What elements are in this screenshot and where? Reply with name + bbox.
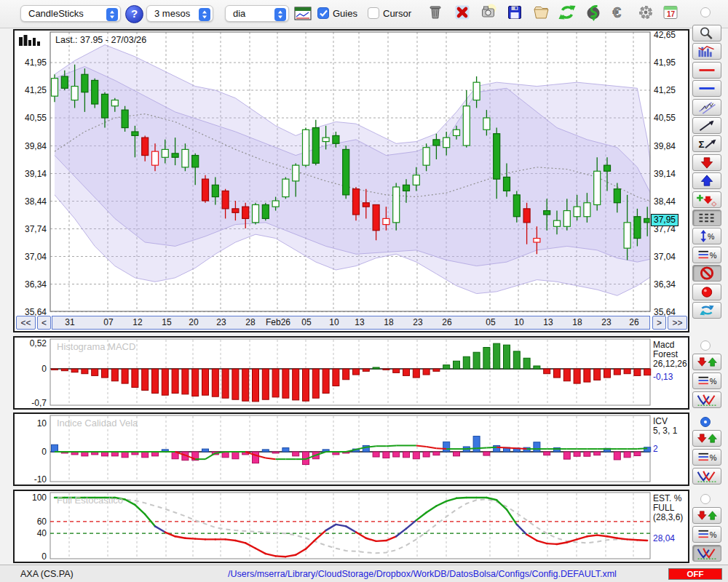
trendline-tool-button[interactable] — [692, 117, 721, 134]
save-icon — [505, 3, 524, 22]
arrow-up-blue-icon — [695, 173, 719, 188]
trash-button[interactable] — [425, 3, 446, 23]
lines-percent-icon: % — [695, 527, 719, 542]
icv-radio[interactable] — [700, 417, 711, 427]
arrow-down-red-tool-button[interactable] — [692, 154, 721, 171]
toolbar-radio[interactable] — [700, 7, 711, 17]
nav-last-button[interactable]: >> — [668, 316, 687, 330]
date-tick-label: 12 — [132, 317, 142, 327]
svg-text:%: % — [708, 233, 714, 242]
icv-curve-button[interactable] — [692, 468, 721, 485]
signal-arrows-icon — [695, 354, 719, 370]
refresh-tool-button[interactable] — [692, 302, 721, 319]
histogram-tool-button[interactable] — [692, 43, 721, 60]
lines-percent-icon: % — [695, 373, 719, 388]
date-tick-label: 13 — [355, 317, 364, 327]
save-button[interactable] — [505, 3, 525, 23]
icv-panel: Indice Calidad Vela 100-10 ICV5, 3, 1 2 — [13, 412, 689, 486]
axis-tick-label: -0,7 — [16, 398, 47, 408]
date-tick-label: 26 — [442, 317, 451, 327]
guies-checkbox[interactable] — [317, 7, 329, 19]
axis-tick-label: 38,44 — [654, 196, 676, 207]
snapshot-button[interactable] — [478, 3, 499, 23]
macd-radio[interactable] — [700, 340, 711, 351]
sum-line-tool-button[interactable]: Σ — [692, 135, 721, 152]
est-curve-button[interactable] — [692, 545, 721, 562]
download-icon — [584, 3, 603, 22]
axis-tick-label: 39,84 — [654, 141, 676, 151]
icv-title: Indice Calidad Vela — [57, 418, 138, 428]
icv-signal-arrows-button[interactable] — [692, 430, 721, 447]
stochastic-panel: Full Estocastico 10060400 EST. %FULL(28,… — [13, 490, 689, 563]
block-tool-button[interactable] — [692, 265, 721, 282]
chart-type-value: CandleSticks — [28, 8, 84, 19]
axis-tick-label: 41,95 — [654, 57, 676, 68]
svg-text:€: € — [613, 4, 622, 20]
panel-info-line: ICV — [653, 416, 668, 426]
macd-curve-button[interactable] — [692, 391, 721, 408]
period-select[interactable]: 3 mesos — [146, 5, 213, 22]
date-tick-label: 10 — [329, 317, 339, 327]
lines-percent-tool-button[interactable]: % — [692, 247, 721, 263]
axis-tick-label: 41,25 — [654, 85, 676, 95]
snapshot-icon — [479, 3, 498, 22]
nav-first-button[interactable]: << — [16, 316, 36, 330]
date-tick-label: 07 — [103, 317, 113, 327]
zoom-tool-button[interactable] — [692, 25, 721, 41]
blue-line-tool-button[interactable] — [692, 80, 721, 97]
axis-tick-label: 39,14 — [16, 169, 47, 179]
red-line-tool-button[interactable] — [692, 62, 721, 79]
lines-percent-icon: % — [695, 247, 719, 263]
axis-tick-label: 0 — [16, 447, 47, 457]
delete-button[interactable] — [452, 3, 472, 23]
histogram-icon — [695, 44, 719, 59]
date-strip[interactable]: 31071215202328Feb26051013182326051013182… — [52, 316, 650, 330]
chevron-updown-icon — [199, 8, 210, 21]
chart-type-select[interactable]: CandleSticks — [20, 5, 121, 22]
est-signal-arrows-button[interactable] — [692, 507, 721, 524]
est-radio[interactable] — [700, 494, 711, 504]
interval-value: dia — [233, 8, 245, 19]
period-value: 3 mesos — [154, 8, 190, 19]
interval-select[interactable]: dia — [225, 5, 289, 22]
macd-title: Histograma MACD — [57, 341, 135, 352]
toolbar: CandleSticks ? 3 mesos dia Guies Cursor … — [0, 0, 728, 28]
chevron-updown-icon — [274, 8, 286, 21]
panel-info-line: FULL — [653, 503, 674, 513]
macd-lines-percent-button[interactable]: % — [692, 372, 721, 389]
macd-signal-arrows-button[interactable] — [692, 354, 721, 370]
macd-value: -0,13 — [653, 372, 673, 382]
panel-info-line: EST. % — [653, 493, 681, 503]
mini-chart-button[interactable] — [294, 7, 312, 21]
off-button[interactable]: OFF — [668, 568, 722, 580]
nav-next-button[interactable]: > — [652, 316, 666, 330]
panel-info-line: Forest — [653, 349, 678, 359]
svg-text:17: 17 — [667, 10, 676, 18]
record-tool-button[interactable] — [692, 284, 721, 300]
add-signal-tool-button[interactable] — [692, 191, 721, 208]
download-button[interactable] — [583, 3, 604, 23]
measure-percent-tool-button[interactable]: % — [692, 228, 721, 244]
arrow-up-blue-tool-button[interactable] — [692, 172, 721, 189]
curve-icon — [695, 469, 719, 484]
channel-tool-button[interactable] — [692, 99, 721, 116]
red-line-icon — [695, 63, 719, 78]
help-button[interactable]: ? — [125, 5, 143, 23]
last-price-label: Last.: 37.95 - 27/03/26 — [55, 35, 146, 45]
refresh-icon — [695, 303, 719, 318]
candlestick-chart[interactable] — [15, 31, 688, 314]
dashed-list-tool-button[interactable] — [692, 210, 721, 226]
status-bar: AXA (CS.PA) /Users/mserra/Library/CloudS… — [0, 565, 728, 582]
axis-tick-label: 0 — [16, 364, 47, 374]
measure-percent-icon: % — [695, 228, 719, 244]
icv-lines-percent-button[interactable]: % — [692, 449, 721, 466]
est-lines-percent-button[interactable]: % — [692, 526, 721, 543]
euro-button[interactable]: € — [609, 3, 630, 23]
cursor-checkbox[interactable] — [368, 7, 379, 19]
calendar-button[interactable]: 17 — [660, 3, 681, 23]
open-button[interactable] — [531, 3, 551, 23]
curve-icon — [695, 392, 719, 407]
settings-button[interactable] — [636, 3, 656, 23]
nav-prev-button[interactable]: < — [37, 316, 51, 330]
sync-button[interactable] — [557, 3, 577, 23]
